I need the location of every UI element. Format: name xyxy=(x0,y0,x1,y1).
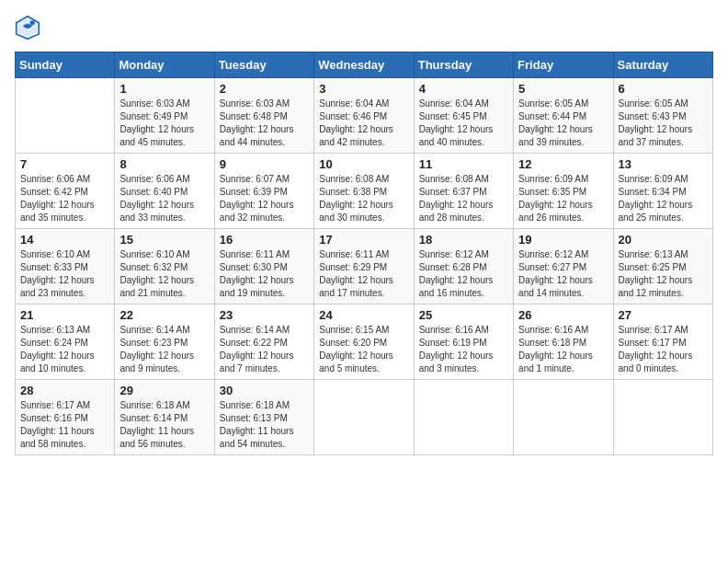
day-number: 7 xyxy=(20,157,109,171)
calendar-table: SundayMondayTuesdayWednesdayThursdayFrid… xyxy=(15,52,713,455)
calendar-cell: 25Sunrise: 6:16 AM Sunset: 6:19 PM Dayli… xyxy=(414,304,513,380)
header-day-friday: Friday xyxy=(514,52,613,78)
calendar-cell: 18Sunrise: 6:12 AM Sunset: 6:28 PM Dayli… xyxy=(414,229,513,304)
calendar-cell: 29Sunrise: 6:18 AM Sunset: 6:14 PM Dayli… xyxy=(115,380,214,455)
day-info: Sunrise: 6:18 AM Sunset: 6:13 PM Dayligh… xyxy=(220,399,309,451)
day-number: 27 xyxy=(619,308,708,322)
calendar-cell: 7Sunrise: 6:06 AM Sunset: 6:42 PM Daylig… xyxy=(16,154,115,229)
day-info: Sunrise: 6:04 AM Sunset: 6:45 PM Dayligh… xyxy=(419,98,508,149)
day-number: 13 xyxy=(619,157,708,171)
header-day-saturday: Saturday xyxy=(613,52,712,78)
day-number: 9 xyxy=(220,157,309,171)
calendar-cell: 17Sunrise: 6:11 AM Sunset: 6:29 PM Dayli… xyxy=(314,229,414,304)
logo-icon xyxy=(15,15,40,40)
calendar-cell: 14Sunrise: 6:10 AM Sunset: 6:33 PM Dayli… xyxy=(16,229,115,304)
day-number: 24 xyxy=(319,308,408,322)
calendar-cell: 30Sunrise: 6:18 AM Sunset: 6:13 PM Dayli… xyxy=(214,380,313,455)
header-day-monday: Monday xyxy=(115,52,214,78)
svg-point-2 xyxy=(30,20,35,25)
day-info: Sunrise: 6:13 AM Sunset: 6:24 PM Dayligh… xyxy=(20,324,109,375)
calendar-cell: 11Sunrise: 6:08 AM Sunset: 6:37 PM Dayli… xyxy=(414,154,513,229)
day-info: Sunrise: 6:09 AM Sunset: 6:35 PM Dayligh… xyxy=(518,173,608,224)
day-number: 29 xyxy=(119,384,209,397)
calendar-cell: 21Sunrise: 6:13 AM Sunset: 6:24 PM Dayli… xyxy=(16,304,115,380)
day-number: 23 xyxy=(220,308,309,322)
day-number: 15 xyxy=(119,233,209,247)
day-number: 19 xyxy=(518,233,608,247)
day-info: Sunrise: 6:08 AM Sunset: 6:38 PM Dayligh… xyxy=(319,173,408,224)
day-number: 21 xyxy=(20,308,109,322)
calendar-cell: 6Sunrise: 6:05 AM Sunset: 6:43 PM Daylig… xyxy=(613,78,712,154)
day-info: Sunrise: 6:05 AM Sunset: 6:43 PM Dayligh… xyxy=(619,98,708,149)
day-info: Sunrise: 6:16 AM Sunset: 6:19 PM Dayligh… xyxy=(419,324,508,375)
calendar-cell xyxy=(414,380,513,455)
day-info: Sunrise: 6:16 AM Sunset: 6:18 PM Dayligh… xyxy=(518,324,608,375)
day-number: 25 xyxy=(419,308,508,322)
day-number: 28 xyxy=(20,384,109,397)
day-number: 20 xyxy=(619,233,708,247)
calendar-cell: 23Sunrise: 6:14 AM Sunset: 6:22 PM Dayli… xyxy=(214,304,313,380)
calendar-cell: 13Sunrise: 6:09 AM Sunset: 6:34 PM Dayli… xyxy=(613,154,712,229)
day-info: Sunrise: 6:06 AM Sunset: 6:40 PM Dayligh… xyxy=(119,173,209,224)
day-number: 11 xyxy=(419,157,508,171)
day-info: Sunrise: 6:13 AM Sunset: 6:25 PM Dayligh… xyxy=(619,248,708,300)
calendar-cell xyxy=(314,380,414,455)
header-day-thursday: Thursday xyxy=(414,52,513,78)
calendar-cell: 9Sunrise: 6:07 AM Sunset: 6:39 PM Daylig… xyxy=(214,154,313,229)
calendar-header: SundayMondayTuesdayWednesdayThursdayFrid… xyxy=(16,52,713,78)
day-number: 2 xyxy=(220,82,309,96)
day-info: Sunrise: 6:14 AM Sunset: 6:23 PM Dayligh… xyxy=(119,324,209,375)
day-info: Sunrise: 6:05 AM Sunset: 6:44 PM Dayligh… xyxy=(518,98,608,149)
header-day-sunday: Sunday xyxy=(16,52,115,78)
header-day-wednesday: Wednesday xyxy=(314,52,414,78)
calendar-cell: 22Sunrise: 6:14 AM Sunset: 6:23 PM Dayli… xyxy=(115,304,214,380)
week-row-4: 28Sunrise: 6:17 AM Sunset: 6:16 PM Dayli… xyxy=(16,380,713,455)
day-info: Sunrise: 6:17 AM Sunset: 6:16 PM Dayligh… xyxy=(20,399,109,451)
day-number: 3 xyxy=(319,82,408,96)
day-number: 22 xyxy=(119,308,209,322)
day-number: 4 xyxy=(419,82,508,96)
calendar-cell xyxy=(514,380,613,455)
day-info: Sunrise: 6:11 AM Sunset: 6:30 PM Dayligh… xyxy=(220,248,309,300)
calendar-cell: 27Sunrise: 6:17 AM Sunset: 6:17 PM Dayli… xyxy=(613,304,712,380)
week-row-1: 7Sunrise: 6:06 AM Sunset: 6:42 PM Daylig… xyxy=(16,154,713,229)
day-info: Sunrise: 6:07 AM Sunset: 6:39 PM Dayligh… xyxy=(220,173,309,224)
header-row: SundayMondayTuesdayWednesdayThursdayFrid… xyxy=(16,52,713,78)
day-info: Sunrise: 6:03 AM Sunset: 6:49 PM Dayligh… xyxy=(119,98,209,149)
day-number: 26 xyxy=(518,308,608,322)
day-number: 16 xyxy=(220,233,309,247)
calendar-cell: 4Sunrise: 6:04 AM Sunset: 6:45 PM Daylig… xyxy=(414,78,513,154)
day-info: Sunrise: 6:15 AM Sunset: 6:20 PM Dayligh… xyxy=(319,324,408,375)
day-number: 14 xyxy=(20,233,109,247)
calendar-cell: 3Sunrise: 6:04 AM Sunset: 6:46 PM Daylig… xyxy=(314,78,414,154)
calendar-cell: 12Sunrise: 6:09 AM Sunset: 6:35 PM Dayli… xyxy=(514,154,613,229)
calendar-cell: 24Sunrise: 6:15 AM Sunset: 6:20 PM Dayli… xyxy=(314,304,414,380)
calendar-cell: 1Sunrise: 6:03 AM Sunset: 6:49 PM Daylig… xyxy=(115,78,214,154)
header-day-tuesday: Tuesday xyxy=(214,52,313,78)
day-info: Sunrise: 6:06 AM Sunset: 6:42 PM Dayligh… xyxy=(20,173,109,224)
day-info: Sunrise: 6:10 AM Sunset: 6:32 PM Dayligh… xyxy=(119,248,209,300)
day-info: Sunrise: 6:08 AM Sunset: 6:37 PM Dayligh… xyxy=(419,173,508,224)
calendar-cell: 15Sunrise: 6:10 AM Sunset: 6:32 PM Dayli… xyxy=(115,229,214,304)
day-number: 1 xyxy=(119,82,209,96)
week-row-0: 1Sunrise: 6:03 AM Sunset: 6:49 PM Daylig… xyxy=(16,78,713,154)
day-info: Sunrise: 6:12 AM Sunset: 6:28 PM Dayligh… xyxy=(419,248,508,300)
page-header xyxy=(15,15,713,40)
day-number: 8 xyxy=(119,157,209,171)
day-number: 17 xyxy=(319,233,408,247)
day-number: 30 xyxy=(220,384,309,397)
calendar-body: 1Sunrise: 6:03 AM Sunset: 6:49 PM Daylig… xyxy=(16,78,713,455)
week-row-2: 14Sunrise: 6:10 AM Sunset: 6:33 PM Dayli… xyxy=(16,229,713,304)
calendar-cell: 20Sunrise: 6:13 AM Sunset: 6:25 PM Dayli… xyxy=(613,229,712,304)
calendar-cell: 8Sunrise: 6:06 AM Sunset: 6:40 PM Daylig… xyxy=(115,154,214,229)
day-info: Sunrise: 6:11 AM Sunset: 6:29 PM Dayligh… xyxy=(319,248,408,300)
day-info: Sunrise: 6:14 AM Sunset: 6:22 PM Dayligh… xyxy=(220,324,309,375)
day-info: Sunrise: 6:17 AM Sunset: 6:17 PM Dayligh… xyxy=(619,324,708,375)
day-number: 6 xyxy=(619,82,708,96)
day-number: 18 xyxy=(419,233,508,247)
calendar-cell: 28Sunrise: 6:17 AM Sunset: 6:16 PM Dayli… xyxy=(16,380,115,455)
day-number: 12 xyxy=(518,157,608,171)
calendar-cell: 19Sunrise: 6:12 AM Sunset: 6:27 PM Dayli… xyxy=(514,229,613,304)
day-info: Sunrise: 6:12 AM Sunset: 6:27 PM Dayligh… xyxy=(518,248,608,300)
week-row-3: 21Sunrise: 6:13 AM Sunset: 6:24 PM Dayli… xyxy=(16,304,713,380)
